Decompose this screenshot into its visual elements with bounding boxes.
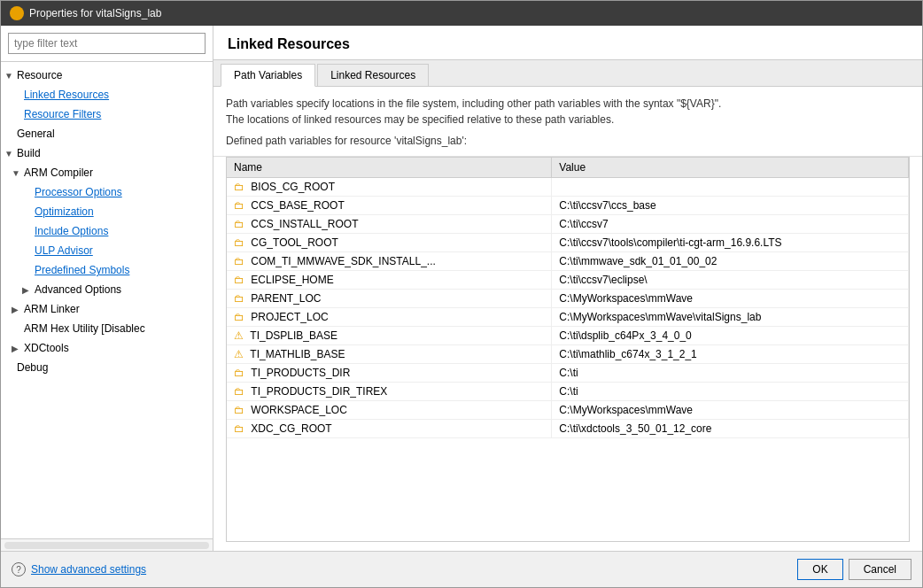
tree-item-ulp-advisor[interactable]: ULP Advisor	[1, 241, 213, 260]
tree-item-processor-options[interactable]: Processor Options	[1, 182, 213, 202]
cell-value: C:\MyWorkspaces\mmWave	[552, 401, 909, 420]
arrow-icon: ▶	[22, 285, 31, 295]
table-row[interactable]: 🗀 PROJECT_LOCC:\MyWorkspaces\mmWave\vita…	[227, 308, 909, 327]
title-bar-text: Properties for vitalSigns_lab	[29, 7, 913, 19]
table-row[interactable]: ⚠ TI_DSPLIB_BASEC:\ti\dsplib_c64Px_3_4_0…	[227, 327, 909, 345]
tree-label[interactable]: ULP Advisor	[35, 244, 93, 257]
content-area: ▼ Resource Linked Resources Resource Fil	[1, 26, 922, 551]
tree-label: ARM Linker	[24, 303, 80, 315]
right-panel: Linked Resources Path Variables Linked R…	[213, 26, 922, 551]
cancel-button[interactable]: Cancel	[849, 559, 911, 580]
tree-label[interactable]: Predefined Symbols	[35, 264, 129, 276]
table-row[interactable]: 🗀 CCS_BASE_ROOTC:\ti\ccsv7\ccs_base	[227, 197, 909, 215]
cell-value: C:\ti	[552, 383, 909, 401]
folder-icon: 🗀	[234, 255, 247, 267]
ok-button[interactable]: OK	[797, 559, 842, 580]
folder-icon: 🗀	[234, 292, 247, 305]
tree-label[interactable]: Linked Resources	[24, 89, 109, 101]
tree-item-build[interactable]: ▼ Build	[1, 143, 213, 163]
folder-icon: 🗀	[234, 218, 247, 230]
cell-value: C:\ti\ccsv7\ccs_base	[552, 197, 909, 215]
bottom-bar: ? Show advanced settings OK Cancel	[1, 551, 922, 587]
help-icon[interactable]: ?	[12, 562, 26, 576]
warning-icon: ⚠	[234, 329, 246, 342]
path-variables-table-container: Name Value 🗀 BIOS_CG_ROOT🗀 CCS_BASE_ROOT…	[226, 157, 910, 542]
folder-icon: 🗀	[234, 199, 247, 212]
tree-item-arm-linker[interactable]: ▶ ARM Linker	[1, 299, 213, 319]
tree-label: XDCtools	[24, 342, 69, 354]
arrow-icon: ▼	[4, 71, 13, 81]
folder-icon: 🗀	[234, 311, 247, 323]
show-advanced-settings-link[interactable]: Show advanced settings	[31, 563, 146, 576]
table-row[interactable]: 🗀 PARENT_LOCC:\MyWorkspaces\mmWave	[227, 290, 909, 308]
tree-label[interactable]: Include Options	[35, 225, 108, 237]
folder-icon: 🗀	[234, 236, 247, 249]
table-row[interactable]: 🗀 TI_PRODUCTS_DIRC:\ti	[227, 364, 909, 383]
tree-label[interactable]: Resource Filters	[24, 108, 101, 120]
table-row[interactable]: 🗀 CG_TOOL_ROOTC:\ti\ccsv7\tools\compiler…	[227, 234, 909, 252]
column-value: Value	[552, 158, 909, 178]
title-bar-icon	[10, 6, 24, 20]
arrow-icon: ▼	[12, 168, 20, 178]
cell-name: 🗀 WORKSPACE_LOC	[227, 401, 552, 420]
table-row[interactable]: 🗀 CCS_INSTALL_ROOTC:\ti\ccsv7	[227, 215, 909, 234]
filter-input[interactable]	[8, 33, 206, 54]
tab-path-variables[interactable]: Path Variables	[221, 64, 315, 87]
arrow-icon: ▶	[12, 305, 20, 314]
tree-item-resource[interactable]: ▼ Resource	[1, 66, 213, 85]
path-variables-table: Name Value 🗀 BIOS_CG_ROOT🗀 CCS_BASE_ROOT…	[227, 158, 909, 438]
cell-name: 🗀 CCS_INSTALL_ROOT	[227, 215, 552, 234]
h-scrollbar[interactable]	[1, 538, 213, 551]
warning-icon: ⚠	[234, 348, 246, 360]
table-row[interactable]: 🗀 WORKSPACE_LOCC:\MyWorkspaces\mmWave	[227, 401, 909, 420]
table-row[interactable]: ⚠ TI_MATHLIB_BASEC:\ti\mathlib_c674x_3_1…	[227, 345, 909, 364]
cell-name: 🗀 PROJECT_LOC	[227, 308, 552, 327]
table-row[interactable]: 🗀 COM_TI_MMWAVE_SDK_INSTALL_...C:\ti\mmw…	[227, 252, 909, 271]
table-row[interactable]: 🗀 TI_PRODUCTS_DIR_TIREXC:\ti	[227, 383, 909, 401]
tree-item-linked-resources[interactable]: Linked Resources	[1, 85, 213, 104]
properties-window: Properties for vitalSigns_lab ▼ Resource	[0, 0, 923, 588]
tree-item-arm-compiler[interactable]: ▼ ARM Compiler	[1, 163, 213, 182]
cell-name: 🗀 BIOS_CG_ROOT	[227, 178, 552, 197]
tree-item-advanced-options[interactable]: ▶ Advanced Options	[1, 280, 213, 299]
table-row[interactable]: 🗀 ECLIPSE_HOMEC:\ti\ccsv7\eclipse\	[227, 271, 909, 290]
tree-item-include-options[interactable]: Include Options	[1, 221, 213, 241]
folder-icon: 🗀	[234, 404, 247, 416]
tree-item-predefined-symbols[interactable]: Predefined Symbols	[1, 260, 213, 280]
cell-value: C:\ti\ccsv7	[552, 215, 909, 234]
cell-value: C:\ti\ccsv7\tools\compiler\ti-cgt-arm_16…	[552, 234, 909, 252]
tree-item-optimization[interactable]: Optimization	[1, 202, 213, 221]
tree-label: ARM Hex Utility [Disablec	[24, 322, 145, 335]
table-row[interactable]: 🗀 XDC_CG_ROOTC:\ti\xdctools_3_50_01_12_c…	[227, 420, 909, 438]
folder-icon: 🗀	[234, 367, 247, 379]
cell-name: 🗀 XDC_CG_ROOT	[227, 420, 552, 438]
tree-label[interactable]: Optimization	[35, 205, 94, 218]
cell-name: 🗀 PARENT_LOC	[227, 290, 552, 308]
cell-name: 🗀 ECLIPSE_HOME	[227, 271, 552, 290]
description: Path variables specify locations in the …	[213, 87, 922, 157]
tab-label: Path Variables	[234, 69, 302, 81]
cell-value: C:\ti\mathlib_c674x_3_1_2_1	[552, 345, 909, 364]
cell-value: C:\ti\mmwave_sdk_01_01_00_02	[552, 252, 909, 271]
filter-box	[1, 26, 213, 62]
cell-name: 🗀 TI_PRODUCTS_DIR	[227, 364, 552, 383]
tree-item-arm-hex-utility[interactable]: ARM Hex Utility [Disablec	[1, 319, 213, 338]
tree-label[interactable]: Processor Options	[35, 186, 122, 198]
tree-item-resource-filters[interactable]: Resource Filters	[1, 104, 213, 124]
tree: ▼ Resource Linked Resources Resource Fil	[1, 62, 213, 538]
table-row[interactable]: 🗀 BIOS_CG_ROOT	[227, 178, 909, 197]
h-scroll-track[interactable]	[4, 542, 209, 549]
tabs: Path Variables Linked Resources	[213, 60, 922, 87]
tree-item-debug[interactable]: Debug	[1, 358, 213, 377]
tree-item-xdctools[interactable]: ▶ XDCtools	[1, 338, 213, 358]
tab-linked-resources[interactable]: Linked Resources	[317, 64, 429, 86]
cell-value: C:\MyWorkspaces\mmWave	[552, 290, 909, 308]
tree-item-general[interactable]: General	[1, 124, 213, 143]
help-label: ?	[16, 565, 21, 575]
cell-value: C:\ti\dsplib_c64Px_3_4_0_0	[552, 327, 909, 345]
cell-value: C:\MyWorkspaces\mmWave\vitalSigns_lab	[552, 308, 909, 327]
cell-name: 🗀 COM_TI_MMWAVE_SDK_INSTALL_...	[227, 252, 552, 271]
cell-name: 🗀 TI_PRODUCTS_DIR_TIREX	[227, 383, 552, 401]
cell-name: 🗀 CG_TOOL_ROOT	[227, 234, 552, 252]
tree-label: Advanced Options	[35, 283, 121, 296]
